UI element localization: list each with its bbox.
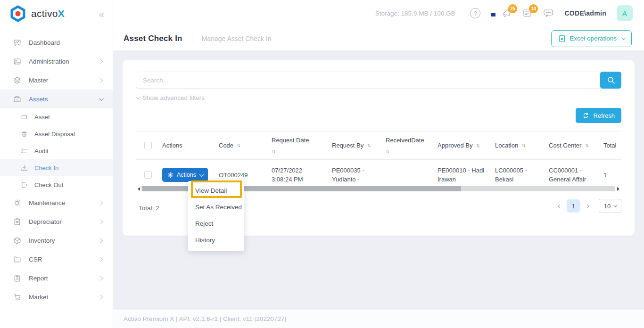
sidebar: activoX « Dashboard Administration Maste… <box>0 0 113 328</box>
sort-icon: ↑↓ <box>521 142 525 149</box>
sidebar-item-master[interactable]: Master <box>0 71 113 90</box>
sidebar-item-audit[interactable]: Audit <box>0 142 113 159</box>
trash-icon <box>21 131 28 138</box>
table-header-row: Actions Code↑↓ Request Date↑↓ Request By… <box>136 131 621 160</box>
search-input[interactable] <box>136 72 621 89</box>
sidebar-collapse-icon[interactable]: « <box>99 9 104 19</box>
chevron-right-icon <box>99 257 103 262</box>
sort-icon: ↑↓ <box>367 142 370 149</box>
logo: activoX « <box>0 0 113 27</box>
refresh-icon <box>582 112 589 119</box>
refresh-label: Refresh <box>593 112 615 119</box>
sort-icon: ↑↓ <box>272 148 275 155</box>
sidebar-item-asset[interactable]: Asset <box>0 108 113 125</box>
header-received-date[interactable]: ReceivedDate↑↓ <box>380 131 432 159</box>
chevron-down-icon <box>99 96 104 101</box>
search-button[interactable] <box>600 72 621 89</box>
chevron-right-icon <box>99 78 103 82</box>
cart-icon <box>13 293 21 301</box>
divider <box>192 33 192 44</box>
chevron-right-icon <box>99 200 103 205</box>
menu-item-reject[interactable]: Reject <box>188 215 244 232</box>
header-location[interactable]: Location↑↓ <box>489 131 543 159</box>
sidebar-item-label: Depreciator <box>29 218 62 225</box>
prev-page-button[interactable]: ‹ <box>556 201 562 211</box>
master-icon <box>13 76 21 84</box>
sidebar-item-label: Asset Disposal <box>34 131 75 138</box>
sidebar-item-check-in[interactable]: Check In <box>0 159 113 176</box>
sidebar-item-inventory[interactable]: Inventory <box>0 231 113 250</box>
sidebar-item-asset-disposal[interactable]: Asset Disposal <box>0 125 113 142</box>
avatar[interactable]: A <box>617 5 633 21</box>
header-request-by[interactable]: Request By↑↓ <box>326 131 380 159</box>
header-approved-by[interactable]: Approved By↑↓ <box>432 131 489 159</box>
announcements-icon[interactable]: 25 <box>501 8 512 18</box>
select-all-checkbox[interactable] <box>144 142 152 149</box>
administration-icon <box>13 57 21 66</box>
excel-file-icon <box>558 35 566 42</box>
chevron-down-icon <box>136 95 140 99</box>
page-title: Asset Check In <box>124 34 182 43</box>
header-request-date[interactable]: Request Date↑↓ <box>266 131 326 159</box>
sidebar-item-market[interactable]: Market <box>0 287 113 306</box>
sidebar-item-assets[interactable]: Assets <box>0 90 113 108</box>
sidebar-item-report[interactable]: Report <box>0 269 113 287</box>
scroll-left-arrow[interactable] <box>136 186 141 192</box>
chevron-down-icon <box>613 203 617 207</box>
row-actions-label: Actions <box>177 172 196 178</box>
page-subtitle: Manage Asset Check In <box>202 35 272 42</box>
actions-dropdown-menu: View Detail Set As Received Reject Histo… <box>188 181 244 251</box>
sidebar-item-label: Check In <box>34 164 58 172</box>
refresh-button[interactable]: Refresh <box>576 108 621 123</box>
sidebar-item-check-out[interactable]: Check Out <box>0 176 113 193</box>
header-actions: Actions <box>157 131 213 159</box>
current-user-label[interactable]: CODE\admin <box>564 9 606 17</box>
help-icon[interactable]: ? <box>470 8 480 18</box>
brand-name: activoX <box>31 8 65 19</box>
clipboard-icon <box>13 218 21 226</box>
version-info: Activo Premium X | API: v2.1.6-r1 | Clie… <box>124 315 286 322</box>
assets-icon <box>13 95 21 103</box>
sidebar-item-label: Check Out <box>34 181 63 189</box>
menu-item-set-as-received[interactable]: Set As Received <box>188 199 244 215</box>
header-total: Total <box>598 131 621 159</box>
row-checkbox[interactable] <box>144 171 152 179</box>
sidebar-item-depreciator[interactable]: Depreciator <box>0 212 113 231</box>
chevron-down-icon <box>199 172 204 177</box>
news-icon[interactable]: 10 <box>522 8 532 18</box>
next-page-button[interactable]: › <box>585 201 591 211</box>
menu-item-history[interactable]: History <box>188 232 244 248</box>
sidebar-item-administration[interactable]: Administration <box>0 52 113 71</box>
sort-icon: ↑↓ <box>585 142 588 149</box>
brand-hexagon-icon <box>9 5 26 22</box>
sidebar-item-maintenance[interactable]: Maintenance <box>0 193 113 212</box>
gear-icon <box>167 172 173 178</box>
sidebar-item-label: Administration <box>29 58 69 65</box>
row-actions-button[interactable]: Actions <box>162 168 208 182</box>
sidebar-item-label: Dashboard <box>29 39 60 46</box>
chevron-right-icon <box>99 276 103 280</box>
sidebar-item-label: Inventory <box>29 237 55 244</box>
scroll-right-arrow[interactable] <box>615 186 621 192</box>
pagination: ‹ 1 › 10 <box>556 199 621 213</box>
page-size-value: 10 <box>604 203 611 210</box>
current-page-button[interactable]: 1 <box>567 199 580 213</box>
chat-icon[interactable] <box>543 8 554 18</box>
asset-icon <box>21 114 28 121</box>
header-code[interactable]: Code↑↓ <box>213 131 266 159</box>
sidebar-item-dashboard[interactable]: Dashboard <box>0 33 113 52</box>
sidebar-item-csr[interactable]: CSR <box>0 250 113 269</box>
menu-item-view-detail[interactable]: View Detail <box>188 182 244 199</box>
header-cost-center[interactable]: Cost Center↑↓ <box>543 131 598 159</box>
show-advanced-filters-toggle[interactable]: Show advanced filters <box>136 94 205 101</box>
page-size-select[interactable]: 10 <box>599 199 621 213</box>
folder-icon <box>13 255 21 263</box>
sort-icon: ↑↓ <box>237 142 240 149</box>
top-header: Storage: 185.9 MB / 100 GB ? 25 10 CODE\… <box>113 0 644 26</box>
report-icon <box>13 274 21 282</box>
total-records-label: Total: 2 <box>139 205 159 212</box>
excel-operations-button[interactable]: Excel operations <box>551 30 632 47</box>
gear-icon <box>13 199 21 207</box>
sidebar-item-label: Maintenance <box>29 199 65 206</box>
sort-icon: ↑↓ <box>386 148 389 155</box>
